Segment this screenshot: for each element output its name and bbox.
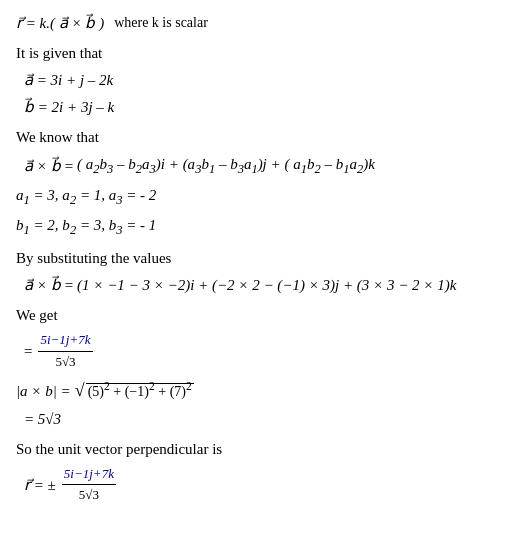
vector-a-text: a⃗ = 3i + j – 2k [24, 68, 113, 92]
result-numerator: 5i−1j+7k [38, 330, 92, 352]
final-fraction: 5i−1j+7k 5√3 [62, 464, 116, 507]
final-numerator: 5i−1j+7k [62, 464, 116, 486]
result-denominator: 5√3 [53, 352, 77, 373]
vector-a-line: a⃗ = 3i + j – 2k [24, 68, 498, 92]
result-fraction-line: = 5i−1j+7k 5√3 [24, 330, 498, 373]
we-get-label: We get [16, 303, 498, 327]
final-denominator: 5√3 [77, 485, 101, 506]
final-formula-line: r⃗ = ± 5i−1j+7k 5√3 [24, 464, 498, 507]
a-values: a1 = 3, a2 = 1, a3 = - 2 [16, 183, 498, 210]
given-label: It is given that [16, 41, 498, 65]
scalar-label: where k is scalar [114, 12, 208, 34]
modulus-formula-line: |a × b| = √(5)2 + (−1)2 + (7)2 [16, 379, 498, 404]
vector-b-line: b⃗ = 2i + 3j – k [24, 95, 498, 119]
modulus-result-line: = 5√3 [24, 407, 498, 431]
b-values: b1 = 2, b2 = 3, b3 = - 1 [16, 213, 498, 240]
we-know-label: We know that [16, 125, 498, 149]
result-fraction: 5i−1j+7k 5√3 [38, 330, 92, 373]
substitution-formula: a⃗ × b⃗ = (1 × −1 − 3 × −2)i + (−2 × 2 −… [24, 273, 498, 297]
top-formula-line: r⃗ = k.( a⃗ × b⃗ ) where k is scalar [16, 11, 498, 35]
r-vector: r⃗ = k.( a⃗ × b⃗ ) [16, 11, 104, 35]
substituting-label: By substituting the values [16, 246, 498, 270]
unit-vector-label: So the unit vector perpendicular is [16, 437, 498, 461]
vector-b-text: b⃗ = 2i + 3j – k [24, 95, 114, 119]
cross-product-formula: a⃗ × b⃗ = ( a2b3 – b2a3)i + (a3b1 – b3a1… [24, 152, 498, 179]
